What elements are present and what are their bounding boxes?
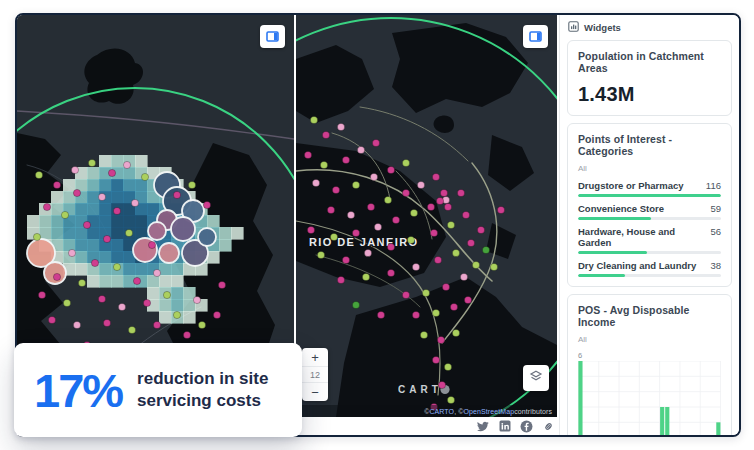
right-map-panel-toggle-button[interactable] bbox=[523, 25, 548, 48]
widgets-header-label: Widgets bbox=[584, 22, 621, 33]
poi-widget-title: Points of Interest - Categories bbox=[578, 133, 721, 157]
widgets-panel: Widgets Population in Catchment Areas 1.… bbox=[559, 15, 739, 435]
panel-layout-icon bbox=[529, 28, 542, 46]
poi-category-row[interactable]: Drugstore or Pharmacy116 bbox=[578, 180, 721, 197]
svg-text:CART: CART bbox=[398, 384, 442, 395]
carto-attribution-link[interactable]: CARTO bbox=[429, 408, 454, 415]
svg-text:RIO DE JANEIRO: RIO DE JANEIRO bbox=[309, 236, 418, 248]
attribution-text: contributors bbox=[514, 408, 552, 415]
poi-category-value: 38 bbox=[710, 260, 721, 271]
poi-filter-label: All bbox=[578, 164, 721, 173]
zoom-in-button[interactable]: + bbox=[302, 348, 328, 366]
poi-category-list: Drugstore or Pharmacy116Convenience Stor… bbox=[578, 180, 721, 277]
poi-category-label: Hardware, House and Garden bbox=[578, 226, 710, 248]
panel-layout-icon bbox=[266, 28, 279, 46]
poi-widget-card: Points of Interest - Categories All Drug… bbox=[567, 123, 732, 287]
attribution-text: , © bbox=[454, 408, 463, 415]
widget-cards: Population in Catchment Areas 1.43M Poin… bbox=[560, 37, 739, 435]
poi-category-label: Dry Cleaning and Laundry bbox=[578, 260, 696, 271]
poi-category-bar bbox=[578, 274, 721, 277]
zoom-out-button[interactable]: − bbox=[302, 383, 328, 401]
poi-category-value: 116 bbox=[706, 180, 721, 191]
linkedin-icon[interactable] bbox=[498, 420, 511, 433]
population-widget-title: Population in Catchment Areas bbox=[578, 50, 721, 74]
osm-attribution-link[interactable]: OpenStreetMap bbox=[464, 408, 515, 415]
pos-widget-title: POS - Avg Disposable Income bbox=[578, 304, 721, 328]
population-value: 1.43M bbox=[578, 83, 721, 106]
screenshot-stage: RIO DE JANEIROCART + 12 − bbox=[0, 0, 754, 450]
population-widget-card: Population in Catchment Areas 1.43M bbox=[567, 40, 732, 116]
kpi-description-line2: servicing costs bbox=[137, 390, 268, 412]
map-right-points[interactable]: RIO DE JANEIROCART + 12 − bbox=[296, 15, 557, 417]
kpi-callout-card: 17% reduction in site servicing costs bbox=[14, 343, 302, 437]
kpi-description: reduction in site servicing costs bbox=[137, 368, 268, 413]
poi-category-row[interactable]: Hardware, House and Garden56 bbox=[578, 226, 721, 254]
zoom-control: + 12 − bbox=[302, 348, 328, 401]
poi-category-row[interactable]: Convenience Store59 bbox=[578, 203, 721, 220]
map-attribution: © CARTO, © OpenStreetMap contributors bbox=[296, 405, 557, 417]
poi-category-bar bbox=[578, 217, 721, 220]
kpi-description-line1: reduction in site bbox=[137, 368, 268, 390]
poi-category-label: Drugstore or Pharmacy bbox=[578, 180, 684, 191]
poi-category-value: 59 bbox=[710, 203, 721, 214]
layers-icon bbox=[529, 369, 543, 387]
widgets-header: Widgets bbox=[560, 15, 739, 37]
poi-category-value: 56 bbox=[710, 226, 721, 237]
poi-category-label: Convenience Store bbox=[578, 203, 664, 214]
poi-category-bar bbox=[578, 194, 721, 197]
poi-category-row[interactable]: Dry Cleaning and Laundry38 bbox=[578, 260, 721, 277]
pos-histogram[interactable]: 12k142k247k351k455k559k663k768k bbox=[578, 361, 721, 435]
basemap-layers-button[interactable] bbox=[523, 365, 549, 391]
poi-category-bar bbox=[578, 251, 721, 254]
kpi-value: 17% bbox=[34, 363, 122, 418]
facebook-icon[interactable] bbox=[520, 420, 533, 433]
pos-widget-card: POS - Avg Disposable Income All 6 12k142… bbox=[567, 294, 732, 435]
link-icon[interactable] bbox=[542, 420, 555, 433]
left-map-panel-toggle-button[interactable] bbox=[260, 25, 285, 48]
twitter-icon[interactable] bbox=[476, 420, 489, 433]
pos-y-axis-top-label: 6 bbox=[578, 351, 721, 360]
pos-filter-label: All bbox=[578, 335, 721, 344]
zoom-level: 12 bbox=[302, 366, 328, 383]
widgets-icon bbox=[568, 18, 579, 36]
